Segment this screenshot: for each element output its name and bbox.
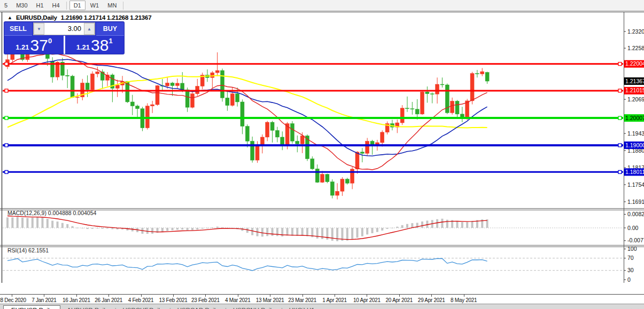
chart-tab-usdcad[interactable]: USDCAD,Daily xyxy=(171,305,225,309)
candle xyxy=(71,76,74,98)
price-badge-label: 1.18011 xyxy=(625,169,644,175)
candle xyxy=(115,85,119,88)
macd-histogram-bar xyxy=(351,228,353,240)
timeframe-button-h1[interactable]: H1 xyxy=(33,1,48,10)
sell-price-prefix: 1.21 xyxy=(15,42,29,53)
price-tick-label: 1.17545 xyxy=(627,181,644,188)
one-click-collapse-icon[interactable]: ▲ xyxy=(7,15,12,20)
timeframe-button-w1[interactable]: W1 xyxy=(87,1,103,10)
chart-tab-ukoil[interactable]: UKOil,H1 xyxy=(283,305,321,309)
macd-histogram-bar xyxy=(346,228,348,241)
line-handle[interactable] xyxy=(618,144,622,147)
date-tick xyxy=(367,295,367,297)
volume-increase-icon[interactable]: ▲ xyxy=(84,23,95,35)
price-badge-label: 1.19000 xyxy=(625,142,644,148)
tab-scroll-right-icon[interactable]: ► xyxy=(637,307,642,309)
line-handle[interactable] xyxy=(5,89,8,92)
date-label: 23 Mar 2021 xyxy=(288,297,316,303)
macd-histogram-bar xyxy=(471,221,474,228)
candle xyxy=(451,101,454,113)
tab-scroll-left-icon[interactable]: ◄ xyxy=(627,307,632,309)
candle xyxy=(470,74,474,101)
buy-button[interactable]: BUY xyxy=(96,22,124,36)
price-tick-label: 1.19435 xyxy=(627,130,644,137)
date-label: 1 Apr 2021 xyxy=(322,297,346,303)
line-handle[interactable] xyxy=(5,116,8,120)
chart-tab-usdchf[interactable]: USDCHF,Daily xyxy=(117,305,169,309)
macd-histogram-bar xyxy=(91,228,94,229)
timeframe-button-h4[interactable]: H4 xyxy=(49,1,64,10)
sell-price-big: 37 xyxy=(30,38,48,53)
macd-histogram-bar xyxy=(371,228,374,233)
date-tick xyxy=(173,295,174,297)
candle xyxy=(281,137,284,145)
date-label: 13 Feb 2021 xyxy=(159,297,188,303)
price-tick-label: 1.20695 xyxy=(627,96,644,102)
macd-histogram-bar xyxy=(216,227,219,228)
macd-histogram-bar xyxy=(61,223,64,228)
candle xyxy=(345,179,349,184)
line-handle[interactable] xyxy=(618,62,622,66)
date-label: 4 Feb 2021 xyxy=(128,297,154,303)
buy-price-sup: 1 xyxy=(108,37,112,45)
date-label: 26 Jan 2021 xyxy=(95,297,122,303)
volume-input[interactable]: 3.00 xyxy=(44,23,84,35)
line-handle[interactable] xyxy=(5,170,8,173)
macd-histogram-bar xyxy=(41,218,43,228)
candle xyxy=(90,74,94,90)
candle xyxy=(215,70,219,73)
sell-price-box[interactable]: 1.21 37 0 xyxy=(4,36,64,54)
chart-tab-eurusd[interactable]: EURUSD,Daily xyxy=(3,305,60,309)
price-badge-label: 1.20007 xyxy=(625,115,644,121)
volume-decrease-icon[interactable]: ▼ xyxy=(34,23,44,35)
macd-axis-label: 0.00 xyxy=(627,225,639,231)
macd-histogram-bar xyxy=(421,221,423,228)
candle xyxy=(300,136,304,144)
candle xyxy=(360,152,364,154)
buy-price-box[interactable]: 1.21 38 1 xyxy=(65,36,125,54)
macd-histogram-bar xyxy=(51,221,53,228)
time-axis[interactable]: 28 Dec 20207 Jan 202116 Jan 202126 Jan 2… xyxy=(0,294,644,304)
macd-histogram-bar xyxy=(466,222,468,228)
line-handle[interactable] xyxy=(5,62,8,66)
line-handle[interactable] xyxy=(618,89,622,92)
volume-spinner: ▼ 3.00 ▲ xyxy=(33,22,95,35)
macd-histogram-bar xyxy=(176,228,179,230)
macd-histogram-bar xyxy=(366,228,368,234)
macd-histogram-bar xyxy=(161,228,164,232)
date-tick xyxy=(238,295,238,297)
candle xyxy=(366,141,369,154)
date-label: 7 Jan 2021 xyxy=(32,297,57,303)
timeframe-button-m30[interactable]: M30 xyxy=(12,1,31,10)
rsi-axis-label: 100 xyxy=(627,245,637,252)
date-label: 4 Mar 2021 xyxy=(225,297,251,303)
chart-tab-usdcnh[interactable]: USDCNH,Daily xyxy=(227,305,281,309)
candle xyxy=(355,152,359,169)
toolbar-separator xyxy=(66,2,67,10)
chart-window[interactable]: 1.232001.225851.219751.206951.194351.188… xyxy=(0,11,644,309)
timeframe-button-d1[interactable]: D1 xyxy=(69,1,86,10)
macd-histogram-bar xyxy=(111,228,113,229)
candle xyxy=(410,109,414,109)
line-handle[interactable] xyxy=(5,144,8,147)
macd-histogram-bar xyxy=(461,222,463,228)
line-handle[interactable] xyxy=(618,116,622,120)
buy-price-big: 38 xyxy=(91,38,108,53)
macd-histogram-bar xyxy=(151,228,153,234)
date-label: 16 Jan 2021 xyxy=(63,297,90,303)
candle xyxy=(66,75,69,76)
macd-histogram-bar xyxy=(46,219,49,228)
candle xyxy=(211,73,214,77)
candle xyxy=(336,191,339,195)
macd-histogram-bar xyxy=(76,228,79,228)
macd-histogram-bar xyxy=(201,228,204,228)
chart-tab-audusd[interactable]: AUDUSD,Daily xyxy=(60,305,114,309)
timeframe-button-5[interactable]: 5 xyxy=(1,1,11,10)
sell-button[interactable]: SELL xyxy=(4,22,32,36)
candle xyxy=(136,106,139,109)
macd-histogram-bar xyxy=(331,228,333,241)
timeframe-button-mn[interactable]: MN xyxy=(104,1,120,10)
date-label: 13 Mar 2021 xyxy=(256,297,284,303)
macd-histogram-bar xyxy=(191,228,193,230)
line-handle[interactable] xyxy=(618,170,622,173)
